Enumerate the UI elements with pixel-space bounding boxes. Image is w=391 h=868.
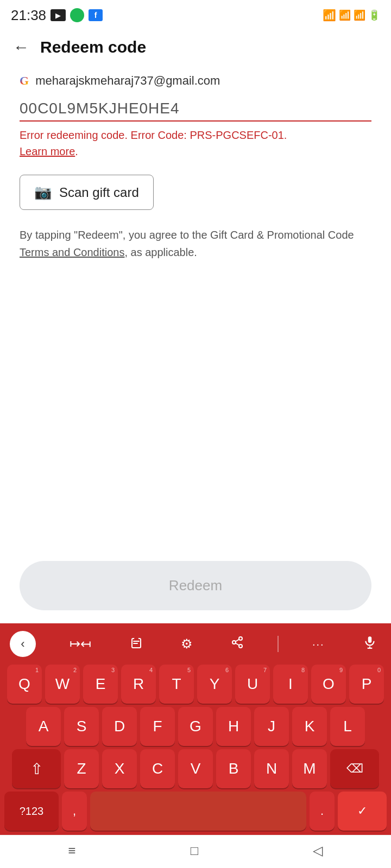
facebook-icon: f	[89, 9, 103, 21]
key-O[interactable]: O9	[311, 665, 346, 704]
settings-tool[interactable]: ⚙	[176, 634, 197, 654]
key-K[interactable]: K	[292, 707, 327, 746]
status-right-icons: 📶 📶 📶 🔋	[323, 9, 380, 22]
key-S[interactable]: S	[64, 707, 99, 746]
key-R[interactable]: R4	[121, 665, 156, 704]
svg-line-9	[236, 640, 239, 642]
key-enter[interactable]: ✓	[338, 792, 387, 831]
keyboard-row-2: A S D F G H J K L	[4, 707, 387, 746]
key-period[interactable]: .	[310, 792, 335, 831]
key-U[interactable]: U7	[235, 665, 270, 704]
app-icon-green	[70, 8, 84, 22]
key-F[interactable]: F	[140, 707, 175, 746]
battery-icon: 🔋	[368, 9, 380, 21]
page-title: Redeem code	[40, 38, 146, 56]
terms-text: By tapping "Redeem", you agree to the Gi…	[20, 226, 371, 261]
toolbar-separator	[278, 636, 279, 652]
key-N[interactable]: N	[254, 749, 289, 788]
learn-more-link[interactable]: Learn more	[20, 145, 75, 157]
main-content: G meharajskmeharaj737@gmail.com Error re…	[0, 63, 391, 548]
key-I[interactable]: I8	[273, 665, 308, 704]
nav-bar: ≡ □ ◁	[0, 835, 391, 868]
key-T[interactable]: T5	[159, 665, 194, 704]
svg-rect-2	[134, 637, 138, 639]
key-M[interactable]: M	[292, 749, 327, 788]
svg-point-6	[232, 641, 236, 644]
key-Z[interactable]: Z	[64, 749, 99, 788]
text-cursor-tool[interactable]: ↦↤	[65, 634, 96, 654]
key-L[interactable]: L	[330, 707, 365, 746]
share-tool[interactable]	[226, 634, 248, 654]
keyboard-row-4: ?123 , . ✓	[4, 792, 387, 831]
google-icon: G	[20, 74, 29, 88]
error-text: Error redeeming code. Error Code: PRS-PG…	[20, 129, 287, 141]
clipboard-tool[interactable]	[125, 634, 147, 654]
key-V[interactable]: V	[178, 749, 213, 788]
more-options-tool[interactable]: ···	[308, 636, 329, 653]
svg-point-5	[239, 637, 242, 640]
keyboard-row-3: ⇧ Z X C V B N M ⌫	[4, 749, 387, 788]
code-input[interactable]	[20, 100, 371, 122]
code-input-container	[20, 100, 371, 122]
keyboard-row-1: Q1 W2 E3 R4 T5 Y6 U7 I8 O9 P0	[4, 665, 387, 704]
terms-suffix: , as applicable.	[124, 246, 197, 258]
youtube-icon: ▶	[51, 9, 66, 21]
keyboard-rows: Q1 W2 E3 R4 T5 Y6 U7 I8 O9 P0 A S D F G …	[0, 662, 391, 835]
key-J[interactable]: J	[254, 707, 289, 746]
key-Q[interactable]: Q1	[7, 665, 42, 704]
svg-rect-10	[368, 636, 372, 643]
key-shift[interactable]: ⇧	[12, 749, 61, 788]
redeem-btn-container: Redeem	[0, 548, 391, 623]
nav-home-button[interactable]: □	[191, 843, 199, 858]
key-X[interactable]: X	[102, 749, 137, 788]
key-B[interactable]: B	[216, 749, 251, 788]
mic-button[interactable]	[358, 633, 381, 655]
camera-icon: 📷	[34, 184, 52, 201]
key-space[interactable]	[90, 792, 306, 831]
svg-rect-3	[133, 641, 140, 642]
nav-menu-button[interactable]: ≡	[68, 843, 76, 858]
key-C[interactable]: C	[140, 749, 175, 788]
svg-point-7	[239, 644, 242, 648]
key-W[interactable]: W2	[45, 665, 80, 704]
signal-icon: 📶	[339, 9, 351, 21]
keyboard-back-button[interactable]: ‹	[10, 631, 36, 657]
key-Y[interactable]: Y6	[197, 665, 232, 704]
signal-icon-2: 📶	[354, 9, 365, 21]
account-email: meharajskmeharaj737@gmail.com	[35, 74, 220, 88]
key-backspace[interactable]: ⌫	[330, 749, 379, 788]
status-time: 21:38	[11, 7, 46, 24]
key-E[interactable]: E3	[83, 665, 118, 704]
key-symbols[interactable]: ?123	[4, 792, 59, 831]
nav-back-button[interactable]: ◁	[313, 843, 323, 858]
status-bar: 21:38 ▶ f 📶 📶 📶 🔋	[0, 0, 391, 28]
keyboard: ‹ ↦↤ ⚙ ··· Q1 W2 E3 R4 T5 Y6 U7 I8 O9 P0	[0, 623, 391, 835]
terms-link[interactable]: Terms and Conditions	[20, 246, 124, 258]
scan-button-label: Scan gift card	[59, 185, 139, 200]
error-message: Error redeeming code. Error Code: PRS-PG…	[20, 127, 371, 159]
redeem-button[interactable]: Redeem	[20, 561, 371, 610]
svg-line-8	[236, 643, 239, 646]
svg-rect-4	[133, 643, 138, 644]
back-button[interactable]: ←	[13, 38, 29, 56]
header: ← Redeem code	[0, 28, 391, 63]
key-H[interactable]: H	[216, 707, 251, 746]
key-G[interactable]: G	[178, 707, 213, 746]
key-P[interactable]: P0	[349, 665, 384, 704]
key-comma[interactable]: ,	[62, 792, 87, 831]
terms-prefix: By tapping "Redeem", you agree to the Gi…	[20, 229, 354, 241]
account-row: G meharajskmeharaj737@gmail.com	[20, 74, 371, 88]
scan-gift-card-button[interactable]: 📷 Scan gift card	[20, 175, 154, 210]
key-A[interactable]: A	[26, 707, 61, 746]
wifi-icon: 📶	[323, 9, 336, 22]
key-D[interactable]: D	[102, 707, 137, 746]
keyboard-toolbar: ‹ ↦↤ ⚙ ···	[0, 623, 391, 662]
